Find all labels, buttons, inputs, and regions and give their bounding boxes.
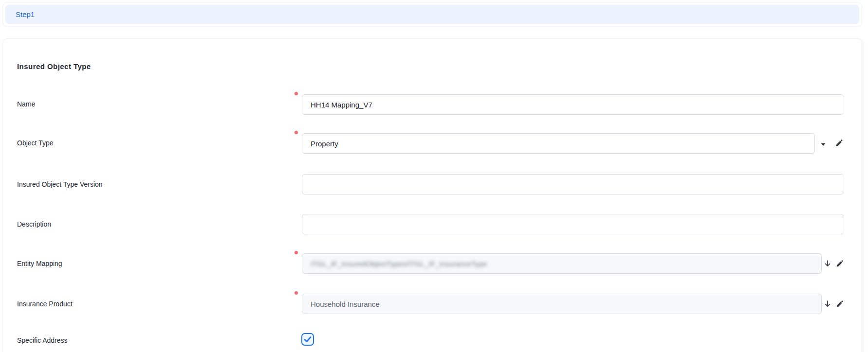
description-input[interactable] [302,214,844,234]
step-tab-strip: Step1 [2,2,862,27]
specific-address-checkbox[interactable] [301,333,314,346]
version-label: Insured Object Type Version [17,180,103,189]
insurance-product-field[interactable]: Household Insurance [302,294,822,314]
caret-down-icon [820,141,826,147]
name-required-dot [295,92,298,95]
arrow-down-icon [824,300,831,308]
specific-address-label: Specific Address [17,336,68,345]
pencil-edit-icon [835,300,844,308]
object-type-dropdown-button[interactable] [818,139,829,150]
entity-mapping-field[interactable]: ITGL_IF_InsuredObjectTypes/ITGL_IF_Insur… [302,253,822,274]
name-label: Name [17,100,35,108]
tab-step1[interactable]: Step1 [5,5,859,24]
insurance-product-edit-button[interactable] [834,299,845,309]
pencil-edit-icon [835,139,843,147]
entity-mapping-required-dot [295,251,298,254]
description-label: Description [17,220,51,229]
object-type-input[interactable] [302,133,815,154]
tab-step1-label: Step1 [16,10,35,18]
pencil-edit-icon [835,260,844,268]
insured-object-type-version-input[interactable] [302,174,844,194]
object-type-required-dot [295,131,298,134]
entity-mapping-value: ITGL_IF_InsuredObjectTypes/ITGL_IF_Insur… [311,260,487,268]
object-type-label: Object Type [17,139,53,147]
insurance-product-value: Household Insurance [311,300,380,308]
entity-mapping-download-button[interactable] [822,258,833,269]
object-type-edit-button[interactable] [833,138,844,148]
entity-mapping-label: Entity Mapping [17,259,62,268]
entity-mapping-edit-button[interactable] [834,258,845,269]
insurance-product-label: Insurance Product [17,299,73,308]
insurance-product-required-dot [295,291,298,295]
insured-object-type-card: Insured Object Type Name Object Type Ins… [2,38,862,352]
name-input[interactable] [302,94,844,115]
section-title: Insured Object Type [17,62,91,70]
arrow-down-icon [824,260,831,267]
insurance-product-download-button[interactable] [822,299,833,309]
checkmark-icon [303,334,313,344]
